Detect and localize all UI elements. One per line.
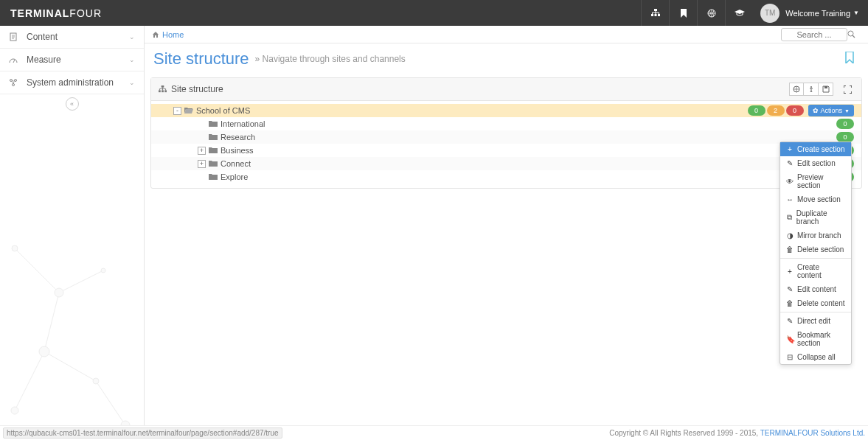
gear-icon: ✿: [813, 107, 819, 114]
dropdown-item[interactable]: ⊟Collapse all: [780, 350, 851, 364]
dropdown-item[interactable]: +Create section: [780, 142, 851, 156]
user-menu[interactable]: Welcome Training▼: [785, 9, 868, 18]
graduation-icon[interactable]: [725, 0, 753, 26]
status-badge: 2: [767, 105, 785, 116]
dropdown-item-label: Edit section: [797, 159, 836, 167]
dropdown-item-icon: ✎: [786, 317, 794, 325]
tree-toggle[interactable]: -: [173, 107, 181, 115]
svg-line-24: [853, 35, 855, 38]
tree-toggle[interactable]: +: [198, 147, 206, 155]
svg-line-11: [59, 270, 103, 293]
svg-rect-3: [658, 14, 660, 16]
svg-point-21: [11, 407, 18, 414]
dropdown-item-label: Move section: [797, 195, 841, 203]
breadcrumb-bar: Home: [145, 26, 868, 43]
status-badge: 0: [748, 105, 765, 116]
search-button[interactable]: [847, 30, 861, 38]
svg-rect-0: [654, 9, 657, 11]
svg-rect-26: [159, 90, 161, 92]
tree-row[interactable]: Explore0: [151, 170, 861, 184]
sidebar-item-sysadmin[interactable]: System administration ⌄: [0, 71, 144, 94]
bookmark-page-icon[interactable]: [844, 52, 859, 66]
dropdown-item-icon: 🔖: [786, 335, 794, 343]
dropdown-item[interactable]: +Create content: [780, 260, 851, 282]
decorative-graph: [0, 204, 145, 440]
tree-row-label[interactable]: Research: [221, 133, 255, 142]
dropdown-item[interactable]: 🗑Delete content: [780, 296, 851, 310]
svg-rect-28: [164, 90, 167, 92]
tree-row-label[interactable]: International: [221, 119, 265, 128]
dropdown-item[interactable]: ⧉Duplicate branch: [780, 206, 851, 228]
breadcrumb-home[interactable]: Home: [152, 30, 184, 39]
dropdown-separator: [780, 312, 851, 312]
status-badge: 0: [836, 132, 854, 142]
dropdown-item[interactable]: 👁Preview section: [780, 170, 851, 192]
dropdown-item-label: Delete section: [797, 245, 844, 254]
panel-toolbar: [789, 83, 833, 96]
sidebar-item-measure[interactable]: Measure ⌄: [0, 49, 144, 71]
status-badge: 0: [786, 105, 804, 116]
dropdown-item-icon: 🗑: [786, 245, 794, 254]
dropdown-item-label: Collapse all: [797, 353, 836, 361]
tree-row-label[interactable]: Explore: [221, 172, 248, 181]
tree-row-label[interactable]: Connect: [221, 159, 251, 168]
dropdown-item-label: Duplicate branch: [796, 209, 845, 226]
sidebar-item-label: Measure: [27, 55, 61, 65]
tool-globe-icon[interactable]: [789, 83, 804, 96]
svg-line-10: [15, 248, 59, 293]
search-input[interactable]: [781, 28, 847, 41]
fullscreen-icon[interactable]: [841, 83, 854, 96]
chevron-down-icon: ⌄: [129, 56, 135, 63]
user-avatar[interactable]: TM: [760, 4, 780, 23]
dropdown-item-label: Mirror branch: [797, 231, 841, 240]
svg-line-15: [96, 381, 125, 425]
main-area: Home Site structure » Navigate through s…: [145, 26, 868, 425]
dropdown-item-label: Create content: [797, 263, 845, 279]
dropdown-item[interactable]: 🗑Delete section: [780, 242, 851, 256]
tree-toggle[interactable]: +: [198, 160, 206, 168]
dropdown-item[interactable]: ✎Edit section: [780, 156, 851, 170]
sidebar-collapse[interactable]: «: [0, 94, 144, 114]
actions-button[interactable]: ✿Actions▼: [808, 105, 854, 116]
svg-point-23: [848, 31, 853, 36]
dropdown-item[interactable]: ✎Direct edit: [780, 314, 851, 328]
tree-row[interactable]: -School of CMS020✿Actions▼: [151, 104, 861, 117]
dropdown-item[interactable]: 🔖Bookmark section: [780, 328, 851, 350]
dropdown-item-icon: ↔: [786, 195, 794, 203]
tree-row-label[interactable]: Business: [221, 146, 254, 155]
folder-open-icon: [184, 107, 193, 114]
svg-line-13: [44, 352, 96, 381]
tree-row[interactable]: +Connect1: [151, 157, 861, 170]
svg-point-18: [101, 268, 105, 273]
dropdown-item-icon: ✎: [786, 285, 794, 293]
dropdown-item-label: Edit content: [797, 285, 836, 293]
dropdown-item-icon: +: [786, 145, 794, 153]
bookmark-icon[interactable]: [669, 0, 697, 26]
svg-rect-2: [654, 14, 656, 16]
tree-row-label[interactable]: School of CMS: [196, 106, 250, 115]
tree-row[interactable]: +Business0: [151, 144, 861, 157]
dropdown-item[interactable]: ↔Move section: [780, 192, 851, 206]
globe-icon[interactable]: [697, 0, 725, 26]
tool-accessibility-icon[interactable]: [804, 83, 819, 96]
dropdown-item[interactable]: ✎Edit content: [780, 282, 851, 296]
chevron-down-icon: ⌄: [129, 33, 135, 41]
tree-row[interactable]: Research0: [151, 130, 861, 144]
dropdown-item-label: Direct edit: [797, 317, 830, 325]
home-icon: [152, 31, 159, 38]
tool-save-icon[interactable]: [819, 83, 833, 96]
sitemap-icon[interactable]: [641, 0, 669, 26]
panel-title: Site structure: [171, 84, 223, 94]
dropdown-item-icon: +: [786, 268, 794, 276]
copyright: Copyright © All Rights Reserved 1999 - 2…: [609, 429, 865, 437]
sitemap-icon: [159, 85, 167, 94]
svg-line-12: [44, 293, 59, 352]
sidebar-item-content[interactable]: Content ⌄: [0, 26, 144, 49]
dropdown-item[interactable]: ◑Mirror branch: [780, 228, 851, 242]
copyright-link[interactable]: TERMINALFOUR Solutions Ltd.: [760, 429, 865, 437]
svg-rect-31: [824, 86, 827, 88]
dropdown-item-icon: ⧉: [786, 213, 793, 222]
status-badges: 0: [836, 119, 854, 129]
tree-row[interactable]: International0: [151, 117, 861, 130]
chevron-down-icon: ▼: [844, 108, 850, 114]
